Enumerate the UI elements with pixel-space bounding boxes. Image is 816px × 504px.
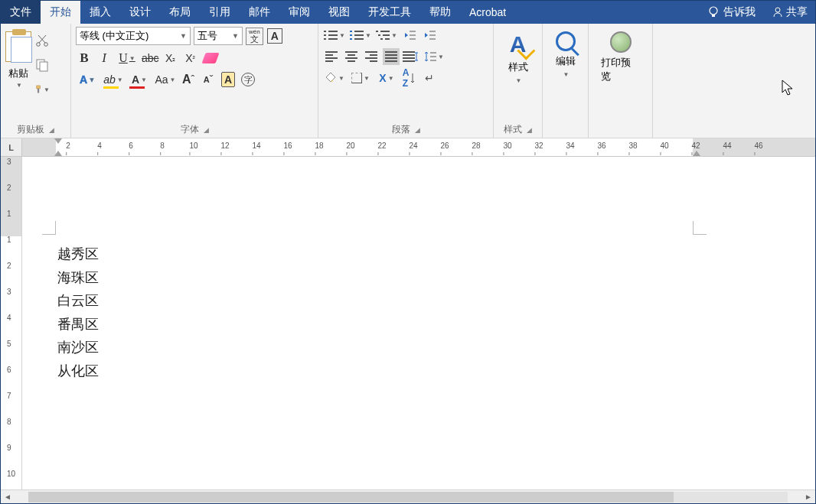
align-left-button[interactable] [323,48,340,65]
editing-button[interactable]: 编辑 ▼ [548,27,583,78]
shading-button[interactable]: ▼ [323,70,346,86]
svg-point-4 [44,43,48,47]
ruler-tick: 38 [628,141,637,150]
person-icon [772,7,783,18]
menu-help[interactable]: 帮助 [420,1,460,24]
paste-dropdown[interactable]: ▼ [16,82,22,89]
clipboard-dialog-launcher[interactable]: ◢ [49,126,54,134]
font-name-combo[interactable]: 等线 (中文正文)▼ [76,27,191,45]
paste-button[interactable]: 粘贴 [8,67,28,80]
change-case-button[interactable]: Aa▼ [154,71,177,88]
menu-home[interactable]: 开始 [41,1,80,24]
menu-design[interactable]: 设计 [120,1,160,24]
document-line[interactable]: 海珠区 [57,266,719,290]
menu-review[interactable]: 审阅 [279,1,319,24]
align-justify-button[interactable] [383,48,400,65]
asian-layout-button[interactable]: X▼ [375,70,398,86]
subscript-button[interactable]: X [162,50,179,67]
phonetic-guide-icon[interactable]: wén文 [246,28,263,44]
align-right-button[interactable] [363,48,380,65]
align-center-button[interactable] [343,48,360,65]
svg-rect-10 [38,89,39,93]
document-line[interactable]: 白云区 [57,289,719,313]
hanging-indent-marker[interactable] [54,151,62,156]
tell-me-label: 告诉我 [723,5,756,19]
styles-dialog-launcher[interactable]: ◢ [527,126,532,134]
text-effects-button[interactable]: A▼ [76,71,99,88]
font-color-button[interactable]: A▼ [128,71,151,88]
enclose-characters-icon[interactable]: 字 [240,71,256,88]
menu-mail[interactable]: 邮件 [240,1,279,24]
scroll-right-button[interactable]: ► [801,490,815,504]
bullets-button[interactable]: ▼ [323,27,346,44]
styles-icon: A [510,31,527,57]
scroll-left-button[interactable]: ◄ [1,490,15,504]
group-styles: A 样式 ▼ 样式◢ [494,24,543,138]
underline-button[interactable]: U▼ [116,50,139,67]
menu-view[interactable]: 视图 [319,1,359,24]
document-line[interactable]: 从化区 [57,359,719,383]
first-line-indent-marker[interactable] [54,138,62,144]
vertical-ruler[interactable]: 32112345678910 [1,157,22,489]
ruler-tick: 8 [160,141,165,150]
group-font: 等线 (中文正文)▼ 五号▼ wén文 A B I U▼ abc X X A▼ … [71,24,318,138]
multilevel-list-button[interactable]: ▼ [375,27,398,44]
ruler-tick: 46 [754,141,762,150]
print-preview-button[interactable]: 打印预览 [593,27,648,83]
menu-devtools[interactable]: 开发工具 [359,1,420,24]
numbering-button[interactable]: ▼ [349,27,372,44]
tab-selector[interactable]: L [1,138,22,156]
right-indent-marker[interactable] [693,151,700,156]
document-line[interactable]: 越秀区 [57,242,719,266]
scroll-thumb[interactable] [28,492,674,502]
margin-corner-tl [42,221,56,235]
svg-point-0 [710,7,717,15]
document-line[interactable]: 番禺区 [57,313,719,337]
line-spacing-button[interactable]: ▼ [423,48,446,65]
character-shading-icon[interactable]: A [220,71,237,88]
bold-button[interactable]: B [76,50,93,67]
sort-button[interactable]: AZ [401,70,418,86]
horizontal-ruler[interactable]: L 24681012141618202224262830323436384042… [1,138,815,157]
share-button[interactable]: 共享 [765,1,815,24]
horizontal-scrollbar[interactable]: ◄ ► [1,489,815,503]
scroll-track[interactable] [28,492,788,502]
cut-icon[interactable] [34,33,50,48]
svg-point-3 [37,43,41,47]
character-border-icon[interactable]: A [266,28,283,44]
superscript-button[interactable]: X [182,50,199,67]
grow-font-button[interactable]: Aˆ [180,71,197,88]
menu-acrobat[interactable]: Acrobat [460,1,515,24]
tell-me[interactable]: 告诉我 [699,1,765,24]
strikethrough-button[interactable]: abc [142,50,159,67]
menu-layout[interactable]: 布局 [160,1,200,24]
paragraph-dialog-launcher[interactable]: ◢ [415,126,420,134]
clear-formatting-icon[interactable] [202,50,219,67]
page-viewport[interactable]: 越秀区海珠区白云区番禺区南沙区从化区 [22,157,815,489]
menu-references[interactable]: 引用 [200,1,240,24]
show-marks-button[interactable]: ↵ [421,70,438,86]
lightbulb-icon [708,6,719,18]
document-line[interactable]: 南沙区 [57,336,719,359]
decrease-indent-button[interactable] [401,27,418,44]
ruler-tick: 42 [691,141,700,150]
borders-button[interactable]: ▼ [349,70,372,86]
italic-button[interactable]: I [96,50,113,67]
ruler-tick: 28 [472,141,480,150]
group-paragraph: ▼ ▼ ▼ ▼ ▼ ▼ X▼ AZ [318,24,494,138]
vruler-tick: 1 [7,210,11,218]
styles-button[interactable]: A 样式 ▼ [501,27,536,84]
font-size-combo[interactable]: 五号▼ [194,27,243,45]
menu-insert[interactable]: 插入 [80,1,120,24]
format-painter-icon[interactable]: ▼ [34,82,50,97]
menu-file[interactable]: 文件 [1,1,41,24]
highlight-color-button[interactable]: ab▼ [102,71,125,88]
shrink-font-button[interactable]: Aˇ [200,71,217,88]
font-dialog-launcher[interactable]: ◢ [204,126,209,134]
copy-icon[interactable] [34,57,50,73]
increase-indent-button[interactable] [421,27,438,44]
svg-line-5 [39,35,46,43]
distributed-button[interactable] [403,48,419,65]
paste-icon[interactable] [5,31,31,62]
vruler-tick: 8 [7,418,11,426]
